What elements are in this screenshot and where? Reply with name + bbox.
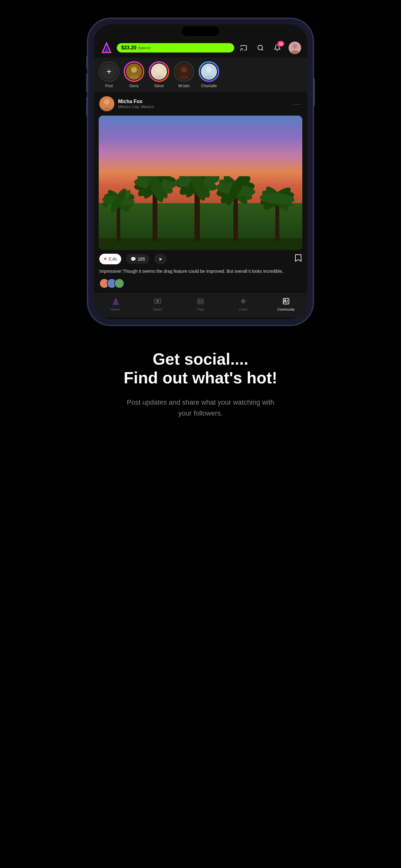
nav-label-listen: Listen (239, 307, 248, 311)
side-button-mute (86, 56, 88, 69)
svg-point-12 (156, 67, 162, 73)
nav-item-play[interactable]: Play (179, 298, 222, 311)
marketing-headline: Get social.... Find out what's hot! (123, 350, 278, 388)
listen-icon (239, 298, 247, 306)
comment-icon: 💬 (131, 256, 136, 261)
post-story-ring: + (99, 61, 119, 82)
like-count: 5,4k (109, 256, 117, 261)
svg-rect-71 (201, 302, 203, 304)
notifications-button[interactable]: 12 (272, 42, 283, 54)
svg-rect-23 (99, 238, 302, 250)
nav-label-watch: Watch (153, 307, 163, 311)
balance-label: Balance (138, 46, 151, 50)
story-label-post: Post (105, 84, 113, 88)
post-caption: Impressive! Though it seems the drag fea… (94, 268, 307, 278)
nav-label-community: Community (277, 307, 295, 311)
story-label-chantalle: Chantalle (201, 84, 217, 88)
phone-screen: $23.20 Balance (94, 24, 307, 319)
story-label-gerry: Gerry (129, 84, 139, 88)
app-content: $23.20 Balance (94, 38, 307, 319)
svg-rect-69 (201, 299, 203, 301)
phone-frame: $23.20 Balance (88, 19, 313, 325)
heart-icon: ♥ (104, 256, 107, 262)
nav-item-community[interactable]: Community (265, 298, 307, 311)
svg-point-18 (206, 67, 212, 73)
notification-count: 12 (277, 41, 284, 46)
headline-line2: Find out what's hot! (124, 369, 277, 387)
svg-point-6 (292, 44, 297, 49)
marketing-section: Get social.... Find out what's hot! Post… (113, 325, 288, 437)
story-item-steve[interactable]: Steve (149, 61, 169, 88)
post-header: Micha Fox Mexico City, Mexico ··· (94, 92, 307, 116)
svg-point-73 (243, 301, 244, 302)
search-button[interactable] (255, 42, 266, 54)
story-ring-steve (149, 61, 169, 82)
nav-item-home[interactable]: Home (94, 298, 136, 311)
story-avatar-gerry (125, 62, 143, 81)
side-button-volume-up (86, 73, 88, 92)
bookmark-button[interactable] (295, 254, 302, 264)
post-menu-button[interactable]: ··· (294, 100, 302, 107)
story-ring-gerry (124, 61, 144, 82)
svg-rect-74 (283, 299, 289, 304)
share-icon: ➤ (159, 256, 162, 261)
post-user-info: Micha Fox Mexico City, Mexico (118, 99, 290, 109)
story-item-mrjam[interactable]: MrJam (174, 61, 194, 88)
story-item-post[interactable]: + Post (99, 61, 119, 88)
top-bar: $23.20 Balance (94, 38, 307, 58)
nav-label-play: Play (197, 307, 204, 311)
side-button-power (313, 78, 315, 106)
share-button[interactable]: ➤ (154, 254, 167, 264)
story-avatar-steve (150, 62, 168, 81)
story-label-mrjam: MrJam (178, 84, 190, 88)
svg-point-3 (240, 50, 241, 50)
svg-point-15 (181, 67, 187, 73)
story-label-steve: Steve (154, 84, 164, 88)
post-button[interactable]: + (100, 62, 118, 81)
watch-icon (154, 298, 162, 306)
cast-button[interactable] (238, 42, 249, 54)
svg-point-9 (131, 67, 137, 73)
feed-post: Micha Fox Mexico City, Mexico ··· (94, 92, 307, 293)
balance-amount: $23.20 (121, 45, 136, 51)
comment-button[interactable]: 💬 165 (126, 254, 149, 264)
bottom-nav: Home Watch (94, 293, 307, 317)
svg-point-67 (157, 301, 158, 302)
top-icons: 12 (238, 41, 301, 54)
post-actions: ♥ 5,4k 💬 165 ➤ (94, 250, 307, 268)
community-icon (282, 298, 290, 306)
nav-item-listen[interactable]: Listen (222, 298, 265, 311)
app-logo (100, 41, 113, 54)
user-avatar-top[interactable] (289, 41, 301, 54)
nav-label-home: Home (110, 307, 120, 311)
comment-count: 165 (138, 256, 145, 261)
nav-item-watch[interactable]: Watch (136, 298, 179, 311)
status-bar (94, 24, 307, 38)
like-button[interactable]: ♥ 5,4k (99, 254, 121, 264)
reactions-row (94, 278, 307, 293)
story-item-chantalle[interactable]: Chantalle (199, 61, 219, 88)
post-location: Mexico City, Mexico (118, 104, 290, 109)
svg-point-4 (258, 45, 263, 50)
svg-marker-64 (114, 302, 118, 305)
balance-badge[interactable]: $23.20 Balance (117, 43, 234, 53)
post-user-avatar[interactable] (99, 96, 114, 111)
home-icon (111, 298, 119, 306)
svg-rect-70 (198, 302, 200, 304)
stories-row: + Post Gerry (94, 58, 307, 92)
story-avatar-mrjam (175, 62, 193, 81)
svg-rect-68 (198, 299, 200, 301)
story-item-gerry[interactable]: Gerry (124, 61, 144, 88)
svg-point-62 (115, 279, 124, 288)
story-avatar-chantalle (200, 62, 218, 81)
side-button-volume-down (86, 97, 88, 116)
dynamic-island (182, 27, 219, 36)
palm-trees-svg (99, 176, 302, 250)
story-ring-mrjam (174, 61, 194, 82)
svg-point-75 (285, 300, 286, 301)
story-ring-chantalle (199, 61, 219, 82)
reaction-avatar-3 (114, 278, 124, 288)
play-icon (197, 298, 204, 306)
post-username: Micha Fox (118, 99, 290, 104)
svg-point-21 (104, 99, 110, 105)
